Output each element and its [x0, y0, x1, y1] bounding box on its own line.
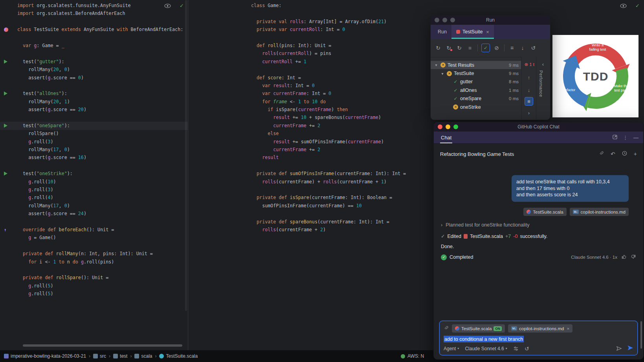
code-line[interactable]: private def isSpare(currentFrame: Int): … — [251, 194, 406, 201]
scroll-down-icon[interactable]: ↓ — [525, 86, 533, 94]
chat-input-box[interactable]: TestSuite.scalaONM↓copilot-instructions.… — [439, 321, 638, 355]
code-line[interactable] — [251, 9, 406, 17]
code-line[interactable]: test("gutter"): — [17, 58, 183, 66]
code-line[interactable]: var g: Game = _ — [17, 42, 183, 49]
breadcrumb-item[interactable]: imperative-bowling-kata-2026-03-21 — [4, 353, 86, 359]
code-line[interactable] — [17, 18, 183, 26]
code-line[interactable] — [251, 210, 406, 218]
code-line[interactable] — [17, 82, 183, 90]
code-line[interactable]: rolls(currentFrame + 2) — [251, 226, 406, 234]
tab-chat[interactable]: Chat — [440, 132, 452, 143]
code-line[interactable]: rollMany(20, 1) — [17, 98, 183, 106]
code-line[interactable] — [17, 49, 183, 57]
code-line[interactable]: test("oneSpare"): — [17, 122, 183, 130]
code-line[interactable]: result += 10 + spareBonus(currentFrame) — [251, 113, 406, 121]
code-line[interactable] — [251, 34, 406, 42]
reader-mode-icon[interactable] — [620, 4, 627, 8]
code-line[interactable]: g = Game() — [17, 234, 183, 241]
test-tree-row[interactable]: ✕oneStrike — [431, 103, 521, 111]
editor-pane-testsuite[interactable]: ↑ import org.scalatest.funsuite.AnyFunSu… — [0, 0, 188, 350]
code-line[interactable]: class TestSuite extends AnyFunSuite with… — [17, 26, 183, 33]
code-line[interactable]: class Game: — [251, 2, 406, 9]
code-line[interactable] — [17, 242, 183, 250]
context-chip[interactable]: M↓copilot-instructions.md — [570, 208, 629, 216]
chat-scrollbar[interactable] — [640, 321, 642, 349]
horizontal-scrollbar[interactable] — [23, 344, 182, 347]
run-class-icon[interactable] — [4, 27, 8, 32]
input-context-chip[interactable]: TestSuite.scalaON — [452, 324, 505, 333]
mode-selector[interactable]: Agent ▾ — [444, 346, 459, 351]
import-test-results-icon[interactable]: ↓ — [519, 44, 527, 52]
test-tree-row[interactable]: ▾✕TestSuite9 ms — [431, 69, 521, 77]
code-line[interactable]: assert(g.score == 16) — [17, 154, 183, 161]
filter-icon[interactable]: ≡ — [525, 97, 533, 106]
collapse-strip-icon[interactable]: ‹ — [539, 60, 547, 68]
show-ignored-icon[interactable]: ⊘ — [493, 44, 501, 52]
attach-icon[interactable] — [599, 151, 604, 157]
undo-icon[interactable]: ↶ — [611, 151, 615, 157]
status-right[interactable]: AWS: N — [401, 353, 424, 359]
thumbs-down-icon[interactable] — [631, 254, 636, 260]
sort-tests-icon[interactable]: ≡ — [508, 44, 516, 52]
code-line[interactable]: g.roll(4) — [17, 194, 183, 201]
code-line[interactable]: private def rollSpare(): Unit = — [17, 274, 183, 282]
run-tab-testsuite[interactable]: TestSuite× — [451, 25, 494, 39]
collapsed-step[interactable]: › Planned test for oneStrike functionali… — [441, 222, 530, 228]
code-line[interactable] — [17, 266, 183, 274]
toggle-auto-test-icon[interactable]: ↻ — [455, 44, 463, 52]
edited-file-name[interactable]: TestSuite.scala — [470, 234, 503, 239]
code-area-game[interactable]: class Game: private val rolls: Array[Int… — [251, 2, 406, 234]
code-line[interactable]: assert(g.score == 24) — [17, 210, 183, 218]
code-line[interactable] — [17, 113, 183, 121]
show-passed-icon[interactable]: ✓ — [481, 44, 490, 52]
thumbs-up-icon[interactable] — [621, 254, 627, 260]
code-line[interactable]: test("oneStrike"): — [17, 170, 183, 177]
code-line[interactable]: import org.scalatest.BeforeAndAfterEach — [17, 9, 183, 17]
code-line[interactable]: result += sumOfPinsInFrame(currentFrame) — [251, 138, 406, 146]
remove-chip-icon[interactable]: × — [567, 326, 570, 331]
code-line[interactable]: rolls(currentFrame) + rolls(currentFrame… — [251, 178, 406, 186]
run-test-icon[interactable] — [4, 91, 7, 95]
code-line[interactable]: assert(g.score == 20) — [17, 106, 183, 113]
context-chip[interactable]: TestSuite.scala — [523, 208, 566, 216]
code-line[interactable]: def score: Int = — [251, 74, 406, 82]
close-tab-icon[interactable]: × — [486, 29, 489, 35]
code-line[interactable]: rollSpare() — [17, 130, 183, 137]
chat-input-field[interactable]: add to conditional a new first branch — [444, 336, 524, 342]
tools-icon[interactable] — [513, 346, 519, 351]
minimize-window-icon[interactable] — [442, 18, 447, 22]
run-test-icon[interactable] — [4, 172, 7, 176]
code-line[interactable] — [251, 66, 406, 73]
chat-window-titlebar[interactable]: GitHub Copilot Chat — [434, 122, 643, 132]
rerun-tests-icon[interactable]: ↻ — [434, 44, 442, 52]
rerun-failed-tests-icon[interactable]: ↻ — [445, 44, 453, 52]
code-line[interactable]: private val rolls: Array[Int] = Array.of… — [251, 18, 406, 26]
send-button[interactable] — [627, 345, 633, 352]
code-line[interactable]: currentRoll += 1 — [251, 58, 406, 66]
inspections-ok-icon[interactable]: ✓ — [180, 3, 184, 9]
code-line[interactable] — [17, 162, 183, 170]
code-line[interactable]: rolls(currentRoll) = pins — [251, 49, 406, 57]
code-line[interactable]: rollMany(17, 0) — [17, 146, 183, 154]
override-marker-icon[interactable]: ↑ — [4, 228, 8, 232]
code-line[interactable]: var result: Int = 0 — [251, 82, 406, 90]
performance-tab[interactable]: Performance — [539, 70, 543, 97]
close-window-icon[interactable] — [438, 124, 442, 129]
failed-tests-badge[interactable]: ⊗ 1 t — [525, 62, 534, 67]
code-line[interactable]: g.roll(5) — [17, 282, 183, 290]
code-line[interactable]: private def spareBonus(currentFrame: Int… — [251, 218, 406, 226]
selected-input-text[interactable]: add to conditional a new first branch — [444, 336, 524, 342]
run-test-icon[interactable] — [4, 60, 7, 64]
more-options-icon[interactable]: ⋮ — [623, 135, 628, 141]
code-line[interactable]: if isSpare(currentFrame) then — [251, 106, 406, 113]
maximize-window-icon[interactable] — [453, 124, 458, 129]
code-line[interactable]: private def sumOfPinsInFrame(currentFram… — [251, 170, 406, 177]
test-tree-row[interactable]: ✓oneSpare0 ms — [431, 95, 521, 103]
code-line[interactable]: var currentFrame: Int = 0 — [251, 90, 406, 97]
close-window-icon[interactable] — [435, 18, 439, 22]
inspections-ok-icon[interactable]: ✓ — [635, 3, 640, 9]
code-line[interactable]: override def beforeEach(): Unit = — [17, 226, 183, 234]
code-line[interactable]: private def rollMany(n: Int, pins: Int):… — [17, 250, 183, 258]
code-line[interactable]: g.roll(3) — [17, 186, 183, 194]
code-line[interactable]: def roll(pins: Int): Unit = — [251, 42, 406, 49]
